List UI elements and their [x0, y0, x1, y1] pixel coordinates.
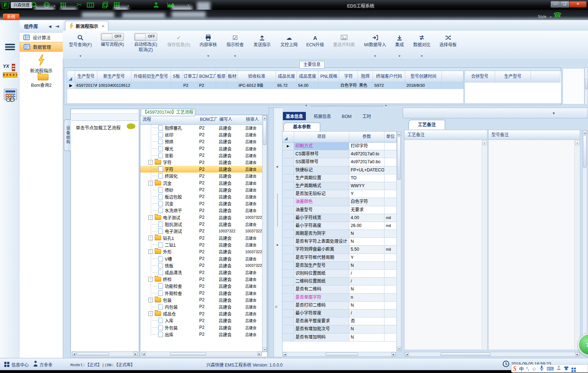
column-header[interactable]: 成品长度	[276, 71, 297, 82]
grip-icon[interactable]: ≡	[275, 304, 277, 309]
param-value[interactable]: FP+UL+DATECODE	[349, 166, 384, 174]
param-row[interactable]: 是否有增加明码N	[283, 334, 397, 341]
param-value[interactable]: 白色字符	[349, 198, 384, 206]
param-value[interactable]: N	[349, 230, 384, 237]
param-row[interactable]: 是否有字符上表面处理设计N	[283, 238, 397, 246]
dropdown-caret-icon[interactable]: ▾	[188, 4, 189, 7]
tree-row[interactable]: -钻孔1P2吕建会吕建会	[140, 235, 262, 241]
tree-row[interactable]: -电子测试P2吕建会10037322	[140, 214, 262, 221]
scrollbar[interactable]: ◀▶	[141, 351, 262, 356]
punctuation-icon[interactable]: °,	[526, 367, 529, 371]
tree-row[interactable]: -成品仓P2吕建会吕建会	[140, 310, 262, 317]
skin-icon[interactable]	[564, 366, 569, 372]
model-query-button[interactable]: 型号查询(F)▼	[66, 32, 94, 58]
app-logo-icon[interactable]: F	[2, 1, 9, 9]
column-header[interactable]: 生产型号	[75, 71, 97, 82]
param-row[interactable]: ▶印刷方式打印字符	[283, 142, 397, 150]
tree-row[interactable]: 电子测试P21003732210037322	[140, 228, 262, 235]
param-row[interactable]: 二维码位置图纸/	[283, 278, 397, 285]
param-row[interactable]: 是否字符框代替周期Y	[283, 254, 397, 262]
column-header[interactable]: 新生产型号	[97, 71, 131, 82]
ime-language-toggle[interactable]: 中	[519, 365, 524, 372]
scrollbar[interactable]: ▲ ▼	[396, 131, 401, 351]
dropdown-caret-icon[interactable]: ▼	[552, 112, 555, 115]
param-value[interactable]: 无要求	[349, 206, 384, 214]
status-info-center[interactable]: 信息中心	[11, 362, 29, 368]
column-header[interactable]: 升级前旧生产型号	[131, 71, 171, 82]
copy-icon[interactable]	[102, 1, 109, 9]
vertical-splitter[interactable]: ◀ ◀ ≡	[269, 108, 282, 357]
param-value[interactable]: N	[349, 262, 384, 269]
param-row[interactable]: CS面菲林号4s972017a0.to	[283, 150, 397, 158]
select-board-button[interactable]: 选择母板	[437, 32, 459, 58]
param-value[interactable]: N	[349, 285, 384, 293]
tree-row[interactable]: 终固化P2吕建会吕建会	[140, 173, 262, 179]
scrollbar[interactable]: ▲	[574, 140, 579, 349]
user-icon[interactable]	[153, 1, 160, 9]
collapse-arrow-icon[interactable]: ◀	[276, 165, 278, 168]
param-value[interactable]: 4s972017a0.bo	[349, 158, 384, 166]
auto-modify-toggle[interactable]: OFF 启动修改(E) 取消(Z)	[130, 32, 161, 58]
tab-extended-info[interactable]: 拓展信息	[311, 112, 334, 120]
param-value[interactable]: 5.50	[349, 246, 384, 253]
param-value[interactable]: N	[349, 325, 384, 333]
info-center-icon[interactable]	[4, 362, 6, 364]
scrollbar[interactable]: ◀▶	[282, 352, 396, 357]
film-icon[interactable]	[87, 1, 94, 9]
column-header[interactable]: 终端客户代码	[373, 71, 405, 82]
param-row[interactable]: 是否有增加批次号N	[283, 325, 397, 333]
tree-row[interactable]: 出库P2吕建会吕建会	[140, 331, 262, 338]
column-header[interactable]: 编写人	[217, 115, 244, 124]
off-toggle[interactable]: OFF	[101, 33, 124, 41]
column-header[interactable]: 项目	[294, 132, 349, 142]
yx-factory-icon[interactable]: YX	[3, 64, 17, 77]
param-value[interactable]: N	[349, 238, 384, 245]
tree-row[interactable]: 丝印P2吕建会吕建会	[140, 131, 262, 138]
tab-basic-info[interactable]: 基本信息	[283, 112, 306, 120]
tree-row[interactable]: 水洗烘干P2吕建会吕建会	[140, 207, 262, 214]
tab-new-flow-instruction[interactable]: 新流程指示 ×	[65, 21, 108, 31]
tree-row[interactable]: 阻焊塞孔P2吕建会吕建会	[140, 124, 262, 131]
column-header[interactable]: S板	[171, 71, 182, 82]
column-header[interactable]: 字符	[339, 71, 358, 82]
collapse-arrow-icon[interactable]: ◀	[276, 244, 278, 246]
param-value[interactable]: WWYY	[349, 182, 384, 190]
scrollbar[interactable]: ◀▶	[404, 352, 580, 357]
column-header[interactable]: 生产型号	[495, 71, 531, 82]
scrollbar[interactable]: ▲ ▼	[262, 115, 267, 352]
param-value[interactable]: N	[349, 334, 384, 341]
tool-bom-query[interactable]: ↷ Bom查询2	[20, 71, 63, 88]
param-row[interactable]: SS面菲林号4s972017a0.bo	[283, 158, 397, 166]
tab-close-icon[interactable]: ×	[102, 24, 104, 29]
maximize-button[interactable]: ❑	[560, 1, 569, 8]
hamburger-menu-icon[interactable]	[5, 44, 15, 45]
tree-row[interactable]: 功能检查P2吕建会吕建会	[140, 283, 262, 289]
param-value[interactable]: /	[349, 310, 384, 317]
param-row[interactable]: 生产周期位置TO	[283, 174, 397, 182]
column-header[interactable]: 订单工厂	[182, 71, 198, 82]
tree-row[interactable]: 板边包胶P2吕建会吕建会	[140, 193, 262, 200]
column-header[interactable]: PNL规格	[318, 71, 339, 82]
param-row[interactable]: 油墨颜色白色字符	[283, 198, 397, 206]
off-toggle[interactable]: OFF	[134, 33, 157, 41]
param-value[interactable]: 4s972017a0.to	[349, 150, 384, 158]
collapse-left-icon[interactable]: ◀	[48, 21, 51, 32]
tree-row[interactable]: 入库P2吕建会吕建会	[140, 317, 262, 324]
param-value[interactable]: 4.00	[349, 214, 384, 222]
scrollbar[interactable]: ◀▶	[71, 351, 138, 356]
row-selector-header[interactable]	[283, 132, 294, 142]
pin-panel-icon[interactable]: ⇥	[55, 21, 59, 32]
mi-import-button[interactable]: MI数据导入▼	[361, 32, 389, 58]
tree-row[interactable]: 阻抗测试P2吕建会吕建会	[140, 221, 262, 228]
instruction-check-button[interactable]: ☑ 指示检查▼	[223, 32, 247, 58]
column-header[interactable]: 合拼型号	[465, 71, 495, 82]
tab-process-notes[interactable]: 工艺备注	[409, 120, 445, 129]
style-caret-icon[interactable]: ▾	[550, 15, 551, 19]
scissors-icon[interactable]: ✂	[76, 1, 84, 8]
menu-system[interactable]: 系统	[3, 14, 19, 20]
tree-row[interactable]: -字符P2吕建会吕建会	[140, 159, 262, 166]
param-row[interactable]: 是否高平整度要求否	[283, 317, 397, 325]
param-value[interactable]: TO	[349, 174, 384, 182]
minimize-button[interactable]: —	[551, 1, 560, 8]
ecn-upgrade-button[interactable]: A ECN升级	[304, 32, 326, 58]
